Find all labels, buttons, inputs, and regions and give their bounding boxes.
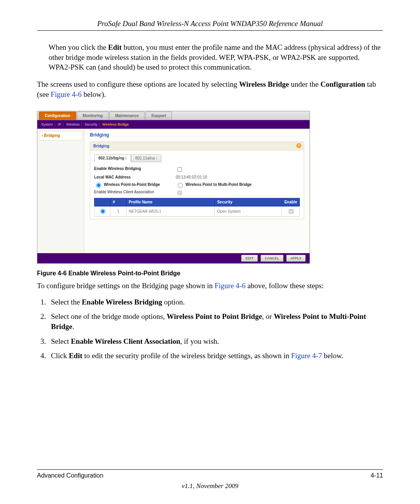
- text: below).: [82, 90, 106, 98]
- bold: Wireless Point to Point Bridge: [167, 312, 262, 320]
- sep: |: [99, 122, 100, 126]
- ui-screenshot: Configuration Monitoring Maintenance Sup…: [37, 111, 310, 264]
- client-assoc-checkbox[interactable]: [177, 191, 182, 195]
- field-client-assoc: Enable Wireless Client Association: [94, 189, 300, 197]
- tab-monitoring[interactable]: Monitoring: [77, 112, 109, 120]
- top-tab-row: Configuration Monitoring Maintenance Sup…: [37, 111, 310, 120]
- band-tab-an-label: 802.11a/na: [135, 156, 155, 160]
- radio-multi-label: Wireless Point to Multi-Point Bridge: [186, 182, 252, 187]
- sub-nav: System| IP| Wireless| Security| Wireless…: [37, 120, 310, 129]
- subnav-ip[interactable]: IP: [58, 122, 61, 126]
- figure-4-7-link[interactable]: Figure 4-7: [291, 352, 322, 360]
- field-enable-bridging: Enable Wireless Bridging: [94, 166, 300, 173]
- bold: Edit: [69, 352, 82, 360]
- action-bar: EDIT CANCEL APPLY: [37, 253, 310, 263]
- client-assoc-label: Enable Wireless Client Association: [94, 189, 176, 197]
- cancel-button[interactable]: CANCEL: [261, 255, 284, 262]
- tab-configuration[interactable]: Configuration: [39, 112, 76, 120]
- radio-p2p-label: Wireless Point-to-Point Bridge: [104, 182, 160, 187]
- ui-body: Bridging Bridging Bridging ?: [37, 129, 310, 253]
- sidebar: Bridging: [37, 129, 84, 253]
- text: to edit the security profile of the wire…: [82, 352, 291, 360]
- col-enable: Enable: [282, 198, 300, 206]
- bold: Enable Wireless Client Association: [71, 337, 180, 345]
- radio-p2p[interactable]: [96, 183, 101, 188]
- text: The screens used to configure these opti…: [37, 80, 239, 88]
- intro-paragraph-1: When you click the Edit button, you must…: [49, 42, 383, 72]
- enable-bridging-checkbox[interactable]: [177, 167, 182, 172]
- sep: |: [54, 122, 55, 126]
- section-title: Bridging: [90, 132, 304, 138]
- panel-body: 802.11b/bg/ng⌇ 802.11a/na⌇ Enable Wirele…: [90, 150, 304, 219]
- sep: |: [63, 122, 63, 126]
- row-num: 1: [110, 206, 126, 217]
- text: , or: [262, 312, 274, 320]
- text: Select: [51, 337, 71, 345]
- text: option.: [162, 298, 185, 306]
- table-header-row: # Profile Name Security Enable: [94, 198, 300, 206]
- step-4: Click Edit to edit the security profile …: [48, 351, 383, 361]
- tab-support[interactable]: Support: [145, 112, 172, 120]
- steps-list: Select the Enable Wireless Bridging opti…: [37, 297, 383, 361]
- panel-header: Bridging ?: [90, 142, 304, 151]
- enable-bridging-label: Enable Wireless Bridging: [94, 166, 176, 173]
- step-2: Select one of the bridge mode options, W…: [48, 312, 383, 331]
- text: under the: [289, 80, 320, 88]
- col-profile: Profile Name: [126, 198, 215, 206]
- row-select-radio[interactable]: [100, 209, 105, 214]
- step-3: Select Enable Wireless Client Associatio…: [48, 336, 383, 346]
- text: Select one of the bridge mode options,: [51, 312, 167, 320]
- figure-4-6-link-2[interactable]: Figure 4-6: [215, 282, 246, 290]
- page-footer: Advanced Configuration 4-11 v1.1, Novemb…: [37, 469, 383, 490]
- row-profile-name: NETGEAR-WDS-1: [126, 206, 215, 217]
- figure-4-6: Configuration Monitoring Maintenance Sup…: [37, 111, 383, 264]
- intro-paragraph-2: The screens used to configure these opti…: [37, 79, 383, 99]
- configuration-bold: Configuration: [320, 80, 365, 88]
- text: Click: [51, 352, 69, 360]
- wireless-bridge-bold: Wireless Bridge: [239, 80, 289, 88]
- footer-section: Advanced Configuration: [37, 472, 103, 479]
- sidebar-item-bridging[interactable]: Bridging: [39, 131, 82, 140]
- after-figure-para: To configure bridge settings on the Brid…: [37, 281, 383, 291]
- step-1: Select the Enable Wireless Bridging opti…: [48, 297, 383, 307]
- figure-caption: Figure 4-6 Enable Wireless Point-to-Poin…: [37, 269, 383, 278]
- band-tabs: 802.11b/bg/ng⌇ 802.11a/na⌇: [94, 154, 300, 162]
- edit-button[interactable]: EDIT: [241, 255, 258, 262]
- row-security: Open System: [215, 206, 282, 217]
- edit-bold: Edit: [108, 43, 122, 51]
- panel-title: Bridging: [93, 144, 109, 148]
- col-security: Security: [215, 198, 282, 206]
- field-local-mac: Local MAC Address 00:13:45:02:01:10: [94, 175, 300, 180]
- text: When you click the: [49, 43, 108, 51]
- bold: Enable Wireless Bridging: [82, 298, 162, 306]
- apply-button[interactable]: APPLY: [286, 255, 306, 262]
- local-mac-value: 00:13:45:02:01:10: [176, 175, 207, 180]
- profile-table: # Profile Name Security Enable: [94, 198, 300, 217]
- tab-maintenance[interactable]: Maintenance: [109, 112, 145, 120]
- text: below.: [322, 352, 343, 360]
- table-row: 1 NETGEAR-WDS-1 Open System: [94, 206, 300, 217]
- help-icon[interactable]: ?: [296, 143, 301, 148]
- subnav-wireless-bridge[interactable]: Wireless Bridge: [102, 122, 129, 126]
- col-num: #: [110, 198, 126, 206]
- local-mac-label: Local MAC Address: [94, 175, 176, 180]
- doc-header-title: ProSafe Dual Band Wireless-N Access Poin…: [37, 19, 383, 28]
- text: Select the: [51, 298, 82, 306]
- wifi-icon: ⌇: [156, 156, 157, 160]
- bridge-mode-radio-row: Wireless Point-to-Point Bridge Wireless …: [94, 182, 300, 188]
- subnav-security[interactable]: Security: [85, 122, 98, 126]
- subnav-wireless[interactable]: Wireless: [66, 122, 80, 126]
- row-enable-checkbox[interactable]: [289, 209, 294, 214]
- main-panel: Bridging Bridging ? 802.11b/bg/ng⌇: [84, 129, 310, 253]
- band-tab-bgn[interactable]: 802.11b/bg/ng⌇: [94, 154, 131, 162]
- radio-multi[interactable]: [178, 183, 183, 188]
- band-tab-an[interactable]: 802.11a/na⌇: [131, 154, 161, 162]
- sep: |: [81, 122, 82, 126]
- text: , if you wish.: [180, 337, 219, 345]
- footer-rule: [37, 469, 383, 470]
- text: To configure bridge settings on the Brid…: [37, 282, 215, 290]
- subnav-system[interactable]: System: [41, 122, 53, 126]
- figure-4-6-link[interactable]: Figure 4-6: [51, 90, 82, 98]
- band-tab-bgn-label: 802.11b/bg/ng: [98, 156, 124, 160]
- text: .: [72, 322, 74, 331]
